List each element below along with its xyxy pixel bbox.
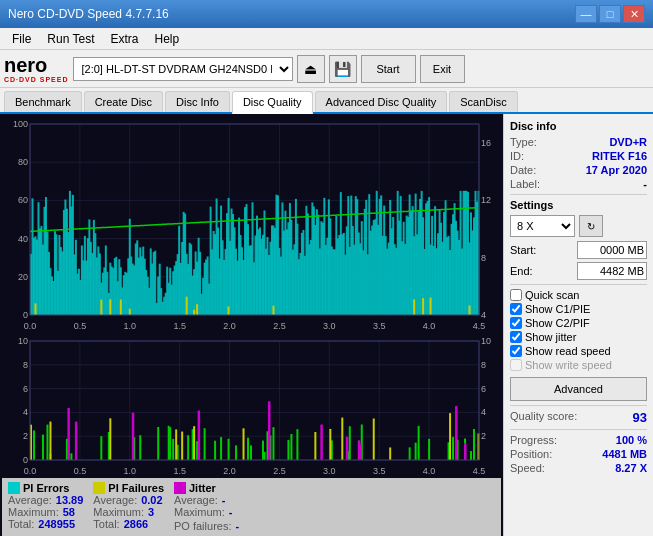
- disc-date-value: 17 Apr 2020: [586, 164, 647, 176]
- show-c1pie-label: Show C1/PIE: [525, 303, 590, 315]
- jitter-color: [174, 482, 186, 494]
- quick-scan-row: Quick scan: [510, 289, 647, 301]
- divider-3: [510, 405, 647, 406]
- show-write-speed-checkbox[interactable]: [510, 359, 522, 371]
- show-c2pif-checkbox[interactable]: [510, 317, 522, 329]
- menu-help[interactable]: Help: [147, 30, 188, 48]
- progress-label: Progress:: [510, 434, 557, 446]
- pi-errors-title: PI Errors: [23, 482, 69, 494]
- pi-errors-avg-label: Average:: [8, 494, 52, 506]
- pi-errors-stat: PI Errors Average: 13.89 Maximum: 58 Tot…: [8, 482, 83, 530]
- start-input[interactable]: [577, 241, 647, 259]
- logo: nero CD·DVD SPEED: [4, 54, 69, 83]
- upper-chart: [2, 118, 501, 333]
- end-label: End:: [510, 265, 533, 277]
- save-icon-btn[interactable]: 💾: [329, 55, 357, 83]
- refresh-button[interactable]: ↻: [579, 215, 603, 237]
- menu-file[interactable]: File: [4, 30, 39, 48]
- pi-errors-total-row: Total: 248955: [8, 518, 83, 530]
- tab-benchmark[interactable]: Benchmark: [4, 91, 82, 112]
- show-read-speed-label: Show read speed: [525, 345, 611, 357]
- show-jitter-row: Show jitter: [510, 331, 647, 343]
- pi-failures-title: PI Failures: [108, 482, 164, 494]
- pi-errors-max-row: Maximum: 58: [8, 506, 83, 518]
- jitter-stat: Jitter Average: - Maximum: - PO failures…: [174, 482, 239, 532]
- progress-value: 100 %: [616, 434, 647, 446]
- close-button[interactable]: ✕: [623, 5, 645, 23]
- menu-bar: File Run Test Extra Help: [0, 28, 653, 50]
- end-field-row: End:: [510, 262, 647, 280]
- window-controls[interactable]: — □ ✕: [575, 5, 645, 23]
- progress-row: Progress: 100 %: [510, 434, 647, 446]
- speed-display-label: Speed:: [510, 462, 545, 474]
- pi-errors-max-label: Maximum:: [8, 506, 59, 518]
- disc-date-label: Date:: [510, 164, 536, 176]
- disc-label-label: Label:: [510, 178, 540, 190]
- tab-create-disc[interactable]: Create Disc: [84, 91, 163, 112]
- pi-errors-max-val: 58: [63, 506, 75, 518]
- settings-title: Settings: [510, 199, 647, 211]
- tab-disc-quality[interactable]: Disc Quality: [232, 91, 313, 114]
- pi-errors-avg-row: Average: 13.89: [8, 494, 83, 506]
- maximize-button[interactable]: □: [599, 5, 621, 23]
- start-field-row: Start:: [510, 241, 647, 259]
- quality-row: Quality score: 93: [510, 410, 647, 425]
- quick-scan-checkbox[interactable]: [510, 289, 522, 301]
- pi-errors-color: [8, 482, 20, 494]
- quality-value: 93: [633, 410, 647, 425]
- tab-scan-disc[interactable]: ScanDisc: [449, 91, 517, 112]
- window-title: Nero CD-DVD Speed 4.7.7.16: [8, 7, 169, 21]
- pi-failures-color: [93, 482, 105, 494]
- tab-disc-info[interactable]: Disc Info: [165, 91, 230, 112]
- pi-failures-stat: PI Failures Average: 0.02 Maximum: 3 Tot…: [93, 482, 164, 530]
- end-input[interactable]: [577, 262, 647, 280]
- show-c2pif-row: Show C2/PIF: [510, 317, 647, 329]
- disc-type-value: DVD+R: [609, 136, 647, 148]
- show-write-speed-label: Show write speed: [525, 359, 612, 371]
- disc-date-row: Date: 17 Apr 2020: [510, 164, 647, 176]
- exit-button[interactable]: Exit: [420, 55, 465, 83]
- advanced-button[interactable]: Advanced: [510, 377, 647, 401]
- disc-label-row: Label: -: [510, 178, 647, 190]
- show-c1pie-row: Show C1/PIE: [510, 303, 647, 315]
- speed-select[interactable]: 8 X: [510, 215, 575, 237]
- pi-errors-total-val: 248955: [38, 518, 75, 530]
- stats-bar: PI Errors Average: 13.89 Maximum: 58 Tot…: [2, 478, 501, 536]
- menu-extra[interactable]: Extra: [102, 30, 146, 48]
- logo-sub: CD·DVD SPEED: [4, 76, 69, 83]
- quick-scan-label: Quick scan: [525, 289, 579, 301]
- position-row: Position: 4481 MB: [510, 448, 647, 460]
- tabs: Benchmark Create Disc Disc Info Disc Qua…: [0, 88, 653, 114]
- speed-display-value: 8.27 X: [615, 462, 647, 474]
- minimize-button[interactable]: —: [575, 5, 597, 23]
- disc-type-label: Type:: [510, 136, 537, 148]
- eject-icon-btn[interactable]: ⏏: [297, 55, 325, 83]
- toolbar: nero CD·DVD SPEED [2:0] HL-DT-ST DVDRAM …: [0, 50, 653, 88]
- show-jitter-checkbox[interactable]: [510, 331, 522, 343]
- divider-1: [510, 194, 647, 195]
- menu-run-test[interactable]: Run Test: [39, 30, 102, 48]
- show-jitter-label: Show jitter: [525, 331, 576, 343]
- show-write-speed-row: Show write speed: [510, 359, 647, 371]
- pi-errors-total-label: Total:: [8, 518, 34, 530]
- show-c1pie-checkbox[interactable]: [510, 303, 522, 315]
- disc-id-label: ID:: [510, 150, 524, 162]
- tab-advanced-disc-quality[interactable]: Advanced Disc Quality: [315, 91, 448, 112]
- position-value: 4481 MB: [602, 448, 647, 460]
- drive-select[interactable]: [2:0] HL-DT-ST DVDRAM GH24NSD0 LH00: [73, 57, 293, 81]
- start-label: Start:: [510, 244, 536, 256]
- right-panel: Disc info Type: DVD+R ID: RITEK F16 Date…: [503, 114, 653, 536]
- disc-label-value: -: [643, 178, 647, 190]
- start-button[interactable]: Start: [361, 55, 416, 83]
- disc-id-value: RITEK F16: [592, 150, 647, 162]
- logo-text: nero: [4, 54, 47, 76]
- speed-row: 8 X ↻: [510, 215, 647, 237]
- main-content: PI Errors Average: 13.89 Maximum: 58 Tot…: [0, 114, 653, 536]
- speed-display-row: Speed: 8.27 X: [510, 462, 647, 474]
- disc-id-row: ID: RITEK F16: [510, 150, 647, 162]
- chart-area: PI Errors Average: 13.89 Maximum: 58 Tot…: [0, 114, 503, 536]
- position-label: Position:: [510, 448, 552, 460]
- show-c2pif-label: Show C2/PIF: [525, 317, 590, 329]
- quality-label: Quality score:: [510, 410, 577, 425]
- show-read-speed-checkbox[interactable]: [510, 345, 522, 357]
